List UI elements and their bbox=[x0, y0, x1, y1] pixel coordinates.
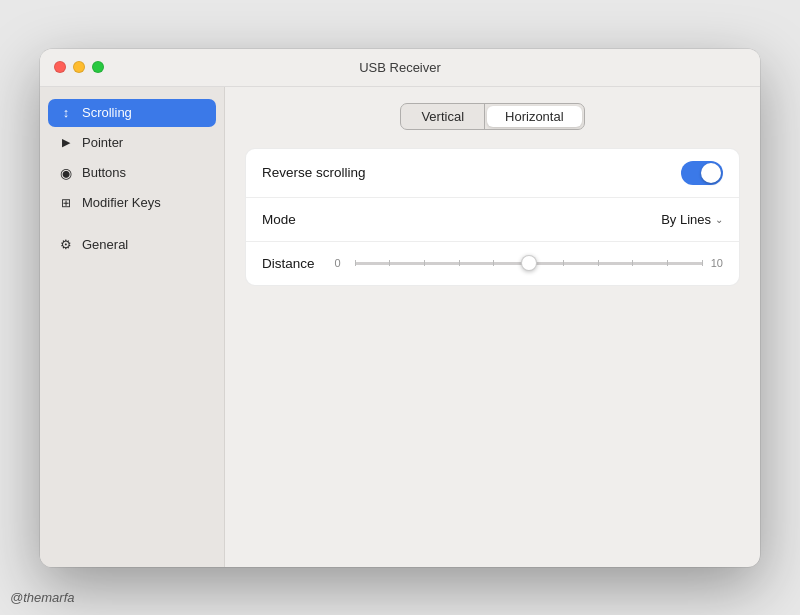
sidebar-item-modifier-keys[interactable]: ⊞ Modifier Keys bbox=[48, 189, 216, 217]
buttons-icon: ◉ bbox=[58, 165, 74, 181]
tick-9 bbox=[632, 260, 633, 266]
distance-slider-thumb[interactable] bbox=[521, 255, 537, 271]
main-panel: Vertical Horizontal Reverse scrolling Mo… bbox=[225, 87, 760, 567]
tab-horizontal[interactable]: Horizontal bbox=[487, 106, 582, 127]
sidebar: ↕ Scrolling ▶ Pointer ◉ Buttons ⊞ Modifi… bbox=[40, 87, 225, 567]
tab-group: Vertical Horizontal bbox=[400, 103, 584, 130]
minimize-button[interactable] bbox=[73, 61, 85, 73]
sidebar-label-general: General bbox=[82, 237, 128, 252]
sidebar-item-pointer[interactable]: ▶ Pointer bbox=[48, 129, 216, 157]
settings-card: Reverse scrolling Mode By Lines ⌄ Distan… bbox=[245, 148, 740, 286]
tab-bar: Vertical Horizontal bbox=[245, 103, 740, 130]
app-window: USB Receiver ↕ Scrolling ▶ Pointer ◉ But… bbox=[40, 49, 760, 567]
title-bar: USB Receiver bbox=[40, 49, 760, 87]
modifier-keys-icon: ⊞ bbox=[58, 195, 74, 211]
chevron-down-icon: ⌄ bbox=[715, 214, 723, 225]
tick-3 bbox=[424, 260, 425, 266]
mode-label: Mode bbox=[262, 212, 296, 227]
slider-max-label: 10 bbox=[711, 257, 723, 269]
pointer-icon: ▶ bbox=[58, 135, 74, 151]
mode-row: Mode By Lines ⌄ bbox=[246, 197, 739, 241]
distance-label: Distance bbox=[262, 256, 315, 271]
tick-7 bbox=[563, 260, 564, 266]
traffic-lights bbox=[54, 61, 104, 73]
sidebar-label-scrolling: Scrolling bbox=[82, 105, 132, 120]
tab-vertical[interactable]: Vertical bbox=[401, 104, 485, 129]
sidebar-item-general[interactable]: ⚙ General bbox=[48, 231, 216, 259]
distance-row: Distance 0 bbox=[246, 241, 739, 285]
tick-1 bbox=[355, 260, 356, 266]
distance-slider-track[interactable] bbox=[355, 262, 703, 265]
tick-4 bbox=[459, 260, 460, 266]
sidebar-item-buttons[interactable]: ◉ Buttons bbox=[48, 159, 216, 187]
scrolling-icon: ↕ bbox=[58, 105, 74, 121]
reverse-scrolling-label: Reverse scrolling bbox=[262, 165, 366, 180]
reverse-scrolling-toggle[interactable] bbox=[681, 161, 723, 185]
tick-8 bbox=[598, 260, 599, 266]
watermark: @themarfa bbox=[10, 590, 75, 605]
tick-5 bbox=[493, 260, 494, 266]
sidebar-label-modifier-keys: Modifier Keys bbox=[82, 195, 161, 210]
reverse-scrolling-row: Reverse scrolling bbox=[246, 149, 739, 197]
tick-2 bbox=[389, 260, 390, 266]
tick-11 bbox=[702, 260, 703, 266]
sidebar-divider bbox=[48, 219, 216, 229]
mode-value: By Lines bbox=[661, 212, 711, 227]
tick-10 bbox=[667, 260, 668, 266]
window-title: USB Receiver bbox=[359, 60, 441, 75]
sidebar-label-pointer: Pointer bbox=[82, 135, 123, 150]
distance-slider-container: 0 bbox=[335, 257, 723, 269]
close-button[interactable] bbox=[54, 61, 66, 73]
zoom-button[interactable] bbox=[92, 61, 104, 73]
slider-min-label: 0 bbox=[335, 257, 347, 269]
sidebar-item-scrolling[interactable]: ↕ Scrolling bbox=[48, 99, 216, 127]
general-icon: ⚙ bbox=[58, 237, 74, 253]
content-area: ↕ Scrolling ▶ Pointer ◉ Buttons ⊞ Modifi… bbox=[40, 87, 760, 567]
mode-dropdown[interactable]: By Lines ⌄ bbox=[661, 212, 723, 227]
sidebar-label-buttons: Buttons bbox=[82, 165, 126, 180]
